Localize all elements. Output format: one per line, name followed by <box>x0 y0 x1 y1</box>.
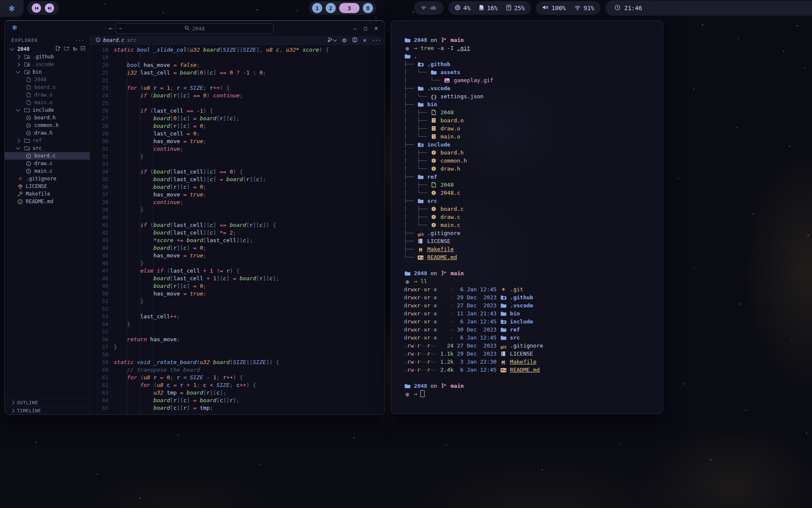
explorer-item-board.h[interactable]: Hboard.h <box>5 114 90 121</box>
line-number: 59 <box>90 359 114 366</box>
close-button[interactable]: × <box>374 25 378 32</box>
c-file-outline-icon: C <box>25 168 32 174</box>
line-number: 65 <box>90 404 114 412</box>
system-stats-widget[interactable]: 4% 16% 25% <box>448 1 531 15</box>
audio-network-widget[interactable]: 100% 91% <box>536 1 601 15</box>
workspace-1[interactable]: 1 <box>312 3 322 13</box>
code-line-24: 24 if (board[r][c] == 0) continue; <box>90 92 384 99</box>
line-number: 63 <box>90 389 114 397</box>
code-line-63: 63 u32 tmp = board[r][c]; <box>90 389 384 397</box>
code-line-50: 50 has_move = true; <box>90 290 384 298</box>
explorer-item-draw.c[interactable]: Cdraw.c <box>5 160 90 167</box>
terminal-line: ├── bin <box>404 100 663 108</box>
tab-filename: board.c <box>103 37 125 43</box>
explorer-item-src[interactable]: ()src <box>5 144 90 152</box>
workspace-8[interactable]: 8 <box>363 3 373 13</box>
h-file-icon: H <box>25 115 32 121</box>
explorer-item-.vscode[interactable]: .vscode <box>5 61 90 68</box>
memory-icon <box>479 5 484 12</box>
terminal-line: drwxr-xr-x - 6 Jan 12:45 include <box>404 318 663 326</box>
explorer-item-main.c[interactable]: Cmain.c <box>5 167 90 175</box>
editor-more-actions[interactable]: ··· <box>372 37 381 43</box>
explorer-more-actions[interactable]: ··· <box>75 38 85 43</box>
new-file-button[interactable] <box>55 46 60 52</box>
explorer-item-main.o[interactable]: main.o <box>5 99 90 106</box>
collapse-folders-button[interactable] <box>80 46 85 52</box>
run-file-button[interactable] <box>327 37 336 44</box>
explorer-item-board.o[interactable]: board.o <box>5 83 90 91</box>
cpu-usage: 4% <box>464 5 471 11</box>
code-line-54: 54 } <box>90 320 384 328</box>
file-outline-icon <box>25 85 32 90</box>
chevron-right-icon <box>11 400 15 405</box>
cloud-icon <box>430 5 437 11</box>
search-icon <box>184 25 189 32</box>
next-track-button[interactable] <box>45 3 54 13</box>
explorer-item-include[interactable]: include <box>5 106 90 114</box>
line-number: 32 <box>90 153 114 160</box>
terminal-line: ├── M Makefile <box>404 245 663 253</box>
terminal-window[interactable]: 2048 on main❄ → tree -a -I .git .├── .gi… <box>391 20 663 414</box>
new-folder-button[interactable] <box>64 46 69 52</box>
code-line-64: 64 board[r][c] = board[c][r]; <box>90 397 384 404</box>
explorer-item-board.c[interactable]: Cboard.c <box>5 152 90 160</box>
maximize-button[interactable]: □ <box>364 25 367 31</box>
c-file-outline-icon: C <box>25 161 32 166</box>
svg-text:C: C <box>97 38 99 41</box>
explorer-root-folder[interactable]: 2048 ↻ <box>5 45 90 53</box>
explorer-item-LICENSE[interactable]: LICENSE <box>5 182 90 190</box>
minimize-button[interactable]: — <box>353 25 357 32</box>
refresh-explorer-button[interactable]: ↻ <box>73 46 77 52</box>
explorer-item-bin[interactable]: bin <box>5 68 90 76</box>
workspace-3-active[interactable]: 3 <box>339 3 359 13</box>
explorer-item-.github[interactable]: .github <box>5 53 90 61</box>
explorer-item-README.md[interactable]: README.md <box>5 198 90 205</box>
previous-track-button[interactable] <box>32 3 41 13</box>
clock-widget[interactable]: 21:46 <box>605 0 812 16</box>
code-line-26: 26 if (last_cell == -1) { <box>90 107 384 115</box>
terminal-line <box>404 261 663 269</box>
explorer-item-draw.o[interactable]: draw.o <box>5 91 90 99</box>
terminal-line: │ ├── C board.h <box>404 149 663 157</box>
workspace-2[interactable]: 2 <box>326 3 336 13</box>
explorer-item-Makefile[interactable]: Makefile <box>5 190 90 198</box>
explorer-item-label: draw.h <box>34 130 52 136</box>
nav-forward-button[interactable]: → <box>118 25 122 32</box>
terminal-line: .rw-r--r-- 1.2k 3 Jan 22:30 M Makefile <box>404 358 663 366</box>
terminal-line: .rw-r--r-- 2.4k 6 Jan 12:45 M README.md <box>404 366 663 374</box>
explorer-item-common.h[interactable]: Hcommon.h <box>5 121 90 129</box>
nav-back-button[interactable]: ← <box>109 25 112 32</box>
explorer-item-label: draw.c <box>34 160 52 166</box>
weather-widget[interactable] <box>414 1 444 15</box>
explorer-item-.gitignore[interactable]: .gitignore <box>5 175 90 182</box>
line-number: 18 <box>90 46 114 54</box>
chevron-right-icon <box>16 62 20 66</box>
explorer-item-label: board.o <box>34 84 56 90</box>
previous-track-icon <box>34 4 39 12</box>
tab-board-c[interactable]: C board.c src <box>96 37 136 44</box>
panel-timeline[interactable]: TIMELINE <box>5 406 90 414</box>
line-number: 43 <box>90 237 114 244</box>
explorer-item-label: main.c <box>34 168 52 174</box>
explorer-item-ref[interactable]: ref <box>5 137 90 144</box>
explorer-item-2048[interactable]: 2048 <box>5 76 90 83</box>
editor-window[interactable]: ❄ ← → 2048 — □ × EXPLORER ··· 2048 <box>4 20 385 415</box>
explorer-item-draw.h[interactable]: Hdraw.h <box>5 129 90 137</box>
panel-outline[interactable]: OUTLINE <box>5 398 90 406</box>
c-file-outline-icon: C <box>25 153 32 159</box>
code-line-62: 62 for (u8 c = r + 1; c < SIZE; c++) { <box>90 381 384 389</box>
line-number: 27 <box>90 115 114 122</box>
editor-titlebar[interactable]: ❄ ← → 2048 — □ × <box>5 21 384 36</box>
close-editor-button[interactable]: × <box>363 37 366 44</box>
code-editor[interactable]: 18static bool _slide_col(u32 board[SIZE]… <box>90 45 384 414</box>
terminal-line: ├── .github <box>404 60 663 68</box>
command-center-search[interactable]: 2048 <box>115 23 274 34</box>
chevron-right-icon <box>16 55 20 59</box>
line-number: 52 <box>90 305 114 313</box>
readme-icon <box>16 199 24 204</box>
settings-gear-button[interactable]: ⚙ <box>342 37 347 44</box>
launcher-button[interactable]: ❄ <box>0 0 24 17</box>
clock-icon <box>614 5 620 12</box>
split-editor-button[interactable] <box>352 37 357 44</box>
line-number: 46 <box>90 260 114 267</box>
